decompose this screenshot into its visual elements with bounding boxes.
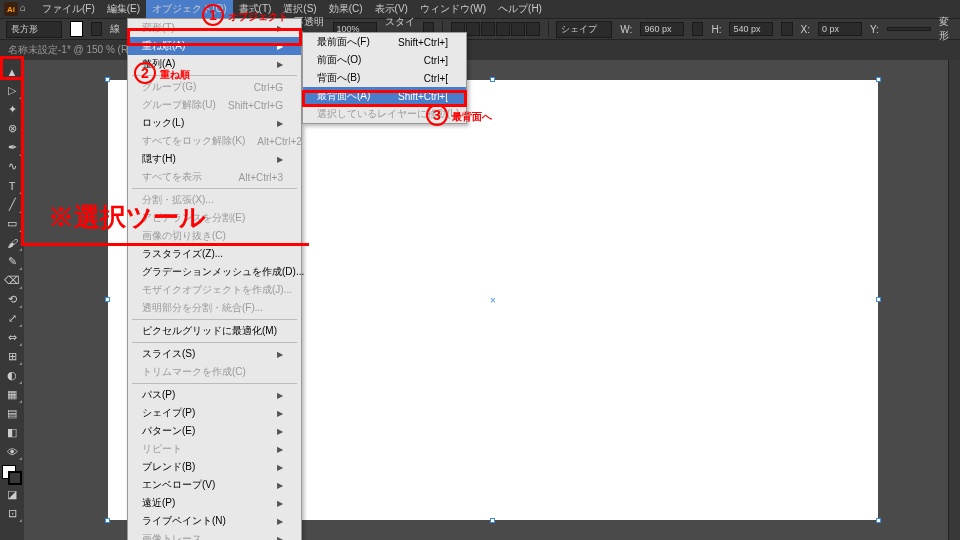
submenu-item: 選択しているレイヤーに移動(L) [303, 105, 466, 123]
menu-item: 分割・拡張(X)... [128, 191, 301, 209]
shape-select[interactable]: 長方形 [6, 21, 62, 38]
selection-tool-icon[interactable]: ▲ [1, 62, 23, 81]
menu-item[interactable]: 重ね順(A)▶ [128, 37, 301, 55]
menu-item[interactable]: ブレンド(B)▶ [128, 458, 301, 476]
menu-item[interactable]: 整列(A)▶ [128, 55, 301, 73]
width-tool-icon[interactable]: ⇔ [1, 328, 23, 347]
scale-tool-icon[interactable]: ⤢ [1, 309, 23, 328]
menu-item: モザイクオブジェクトを作成(J)... [128, 281, 301, 299]
fill-stroke-icon[interactable] [2, 465, 22, 485]
menu-item[interactable]: シェイプ(P)▶ [128, 404, 301, 422]
submenu-item[interactable]: 最背面へ(A)Shift+Ctrl+[ [303, 87, 466, 105]
menu-item: すべてをロック解除(K)Alt+Ctrl+2 [128, 132, 301, 150]
shape-builder-tool-icon[interactable]: ◐ [1, 366, 23, 385]
width-field[interactable]: 960 px [640, 22, 684, 36]
align-center-h-icon[interactable] [466, 22, 480, 36]
magic-wand-tool-icon[interactable]: ✦ [1, 100, 23, 119]
menu-item: リピート▶ [128, 440, 301, 458]
y-field[interactable] [887, 27, 931, 31]
screen-mode-icon[interactable]: ⊡ [1, 504, 23, 523]
free-transform-tool-icon[interactable]: ⊞ [1, 347, 23, 366]
submenu-item[interactable]: 最前面へ(F)Shift+Ctrl+] [303, 33, 466, 51]
selection-handle[interactable] [105, 77, 110, 82]
selection-handle[interactable] [490, 518, 495, 523]
menu-item: 画像トレース▶ [128, 530, 301, 540]
paintbrush-tool-icon[interactable]: 🖌 [1, 233, 23, 252]
menu-item[interactable]: エンベロープ(V)▶ [128, 476, 301, 494]
line-tool-icon[interactable]: ╱ [1, 195, 23, 214]
y-label: Y: [870, 24, 879, 35]
menu-item[interactable]: ヘルプ(H) [492, 0, 548, 18]
link-wh-icon[interactable] [692, 22, 703, 36]
pen-tool-icon[interactable]: ✒ [1, 138, 23, 157]
selection-handle[interactable] [490, 77, 495, 82]
corner-icon[interactable] [781, 22, 792, 36]
align-right-icon[interactable] [481, 22, 495, 36]
selection-handle[interactable] [105, 518, 110, 523]
menu-item: グループ(G)Ctrl+G [128, 78, 301, 96]
rectangle-tool-icon[interactable]: ▭ [1, 214, 23, 233]
object-menu: 変形(T)▶重ね順(A)▶整列(A)▶グループ(G)Ctrl+Gグループ解除(U… [127, 18, 302, 540]
menu-item[interactable]: 書式(T) [233, 0, 278, 18]
stroke-label: 線 [110, 22, 120, 36]
selection-handle[interactable] [105, 297, 110, 302]
menu-item[interactable]: 編集(E) [101, 0, 146, 18]
menu-item: トリムマークを作成(C) [128, 363, 301, 381]
menu-item[interactable]: オブジェクト(O) [146, 0, 232, 18]
x-field[interactable]: 0 px [818, 22, 862, 36]
gradient-tool-icon[interactable]: ◧ [1, 423, 23, 442]
home-icon[interactable]: ⌂ [20, 2, 34, 16]
menu-item[interactable]: パターン(E)▶ [128, 422, 301, 440]
align-top-icon[interactable] [496, 22, 510, 36]
eraser-tool-icon[interactable]: ⌫ [1, 271, 23, 290]
w-label: W: [620, 24, 632, 35]
perspective-tool-icon[interactable]: ▦ [1, 385, 23, 404]
lasso-tool-icon[interactable]: ⊗ [1, 119, 23, 138]
submenu-item[interactable]: 背面へ(B)Ctrl+[ [303, 69, 466, 87]
menu-item: 変形(T)▶ [128, 19, 301, 37]
menu-item[interactable]: パス(P)▶ [128, 386, 301, 404]
menu-item: アピアランスを分割(E) [128, 209, 301, 227]
menu-item[interactable]: 隠す(H)▶ [128, 150, 301, 168]
menu-item[interactable]: 遠近(P)▶ [128, 494, 301, 512]
selection-handle[interactable] [876, 77, 881, 82]
color-mode-icon[interactable]: ◪ [1, 485, 23, 504]
menu-item[interactable]: ピクセルグリッドに最適化(M) [128, 322, 301, 340]
h-label: H: [711, 24, 721, 35]
selection-handle[interactable] [876, 297, 881, 302]
fill-swatch[interactable] [70, 21, 83, 37]
arrange-submenu: 最前面へ(F)Shift+Ctrl+]前面へ(O)Ctrl+]背面へ(B)Ctr… [302, 32, 467, 124]
rotate-tool-icon[interactable]: ⟲ [1, 290, 23, 309]
right-panel-strip[interactable] [948, 60, 960, 540]
eyedropper-tool-icon[interactable]: 👁 [1, 442, 23, 461]
menu-item[interactable]: スライス(S)▶ [128, 345, 301, 363]
height-field[interactable]: 540 px [729, 22, 773, 36]
menu-item: 画像の切り抜き(C) [128, 227, 301, 245]
menu-item[interactable]: ウィンドウ(W) [414, 0, 492, 18]
direct-selection-tool-icon[interactable]: ▷ [1, 81, 23, 100]
menu-item[interactable]: ロック(L)▶ [128, 114, 301, 132]
curvature-tool-icon[interactable]: ∿ [1, 157, 23, 176]
menu-item: 透明部分を分割・統合(F)... [128, 299, 301, 317]
menu-item: すべてを表示Alt+Ctrl+3 [128, 168, 301, 186]
selection-handle[interactable] [876, 518, 881, 523]
submenu-item[interactable]: 前面へ(O)Ctrl+] [303, 51, 466, 69]
tool-panel: ▲ ▷ ✦ ⊗ ✒ ∿ T ╱ ▭ 🖌 ✎ ⌫ ⟲ ⤢ ⇔ ⊞ ◐ ▦ ▤ ◧ … [0, 60, 24, 540]
mesh-tool-icon[interactable]: ▤ [1, 404, 23, 423]
center-point-icon: × [490, 295, 496, 306]
x-label: X: [801, 24, 810, 35]
menu-item[interactable]: ファイル(F) [36, 0, 101, 18]
transform-label[interactable]: 変形 [939, 15, 954, 43]
app-logo-icon: Ai [4, 2, 18, 16]
align-center-v-icon[interactable] [511, 22, 525, 36]
menu-item[interactable]: ライブペイント(N)▶ [128, 512, 301, 530]
align-bottom-icon[interactable] [526, 22, 540, 36]
menu-item[interactable]: グラデーションメッシュを作成(D)... [128, 263, 301, 281]
menu-item[interactable]: ラスタライズ(Z)... [128, 245, 301, 263]
shape-button[interactable]: シェイプ [556, 21, 612, 38]
stroke-swatch[interactable] [91, 22, 102, 36]
shaper-tool-icon[interactable]: ✎ [1, 252, 23, 271]
type-tool-icon[interactable]: T [1, 176, 23, 195]
menu-bar: Ai ⌂ ファイル(F)編集(E)オブジェクト(O)書式(T)選択(S)効果(C… [0, 0, 960, 18]
menu-item[interactable]: 効果(C) [323, 0, 369, 18]
